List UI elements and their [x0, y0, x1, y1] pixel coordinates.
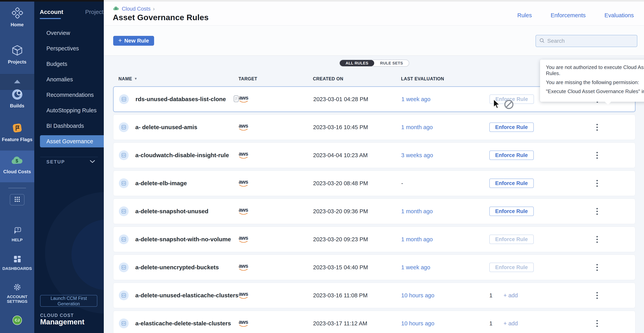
last-evaluation[interactable]: 10 hours ago [390, 320, 478, 327]
feature-flags-icon [11, 131, 23, 135]
sidebar-item-label: Feature Flags [0, 137, 34, 142]
rule-icon [119, 206, 129, 216]
sort-desc-icon: ▼ [134, 77, 138, 81]
last-evaluation: - [390, 180, 478, 187]
tooltip-line: You are missing the following permission… [546, 79, 644, 86]
kebab-menu-icon[interactable] [596, 208, 598, 215]
aws-logo: aws [239, 264, 248, 271]
sidebar-item-overview[interactable]: Overview [40, 27, 104, 39]
last-evaluation[interactable]: 1 month ago [390, 236, 478, 243]
created-on: 2023-04-04 10:23 AM [302, 152, 390, 159]
kebab-menu-icon[interactable] [596, 180, 598, 187]
sidebar-item-perspectives[interactable]: Perspectives [40, 42, 104, 55]
enforce-rule-button[interactable]: Enforce Rule [489, 263, 534, 272]
rule-name-cell: a-delete-elb-image [113, 178, 227, 188]
kebab-menu-icon[interactable] [596, 292, 598, 299]
help-icon: ? [13, 232, 22, 235]
rule-row[interactable]: a-delete-snapshot-unused aws 2023-03-20 … [113, 199, 636, 224]
aws-logo: aws [239, 180, 248, 187]
sidebar-item-recommendations[interactable]: Recommendations [40, 89, 104, 101]
enforce-rule-button[interactable]: Enforce Rule [489, 151, 534, 160]
last-evaluation[interactable]: 1 month ago [390, 208, 478, 215]
column-header-name[interactable]: NAME ▼ [113, 76, 227, 82]
row-menu-cell [572, 320, 630, 327]
last-evaluation[interactable]: 1 week ago [390, 264, 478, 271]
toggle-all-rules[interactable]: ALL RULES [340, 60, 374, 66]
last-evaluation[interactable]: 10 hours ago [390, 292, 478, 299]
sidebar-item-dashboards[interactable]: DASHBOARDS [0, 255, 34, 271]
module-picker-button[interactable] [10, 194, 24, 205]
sidebar-item-autostopping-rules[interactable]: AutoStopping Rules [40, 104, 104, 116]
rule-name-cell: a-delete-unencrypted-buckets [113, 262, 227, 272]
sidebar-item-cloud-costs[interactable]: $ Cloud Costs [0, 155, 34, 174]
rule-name: a-delete-unencrypted-buckets [135, 264, 219, 271]
add-enforcement-link[interactable]: + add [504, 320, 518, 327]
sidebar-item-label: Cloud Costs [0, 169, 34, 174]
rule-row[interactable]: a-delete-snapshot-with-no-volume aws 202… [113, 227, 636, 252]
sidebar-item-budgets[interactable]: Budgets [40, 58, 104, 70]
row-menu-cell [572, 208, 630, 215]
setup-divider [40, 157, 98, 157]
nav-link-rules[interactable]: Rules [517, 12, 532, 19]
enforce-rule-button[interactable]: Enforce Rule [489, 207, 534, 216]
enforce-rule-button[interactable]: Enforce Rule [489, 179, 534, 188]
rule-row[interactable]: a-elasticache-delete-stale-clusters aws … [113, 311, 636, 333]
enforce-rule-button[interactable]: Enforce Rule [489, 123, 534, 132]
rule-row[interactable]: a-delete-unencrypted-buckets aws 2023-03… [113, 255, 636, 280]
add-enforcement-link[interactable]: + add [504, 292, 518, 299]
target-cell: aws [227, 208, 302, 215]
target-cell: aws [227, 292, 302, 299]
sidebar-item-home[interactable]: Home [0, 7, 34, 28]
sidebar-item-feature-flags[interactable]: Feature Flags [0, 122, 34, 142]
rule-name: a-delete-unused-elasticache-clusters [135, 292, 238, 299]
nav-link-evaluations[interactable]: Evaluations [604, 12, 634, 19]
rule-row[interactable]: a-delete-unused-elasticache-clusters aws… [113, 283, 636, 308]
new-rule-button[interactable]: + New Rule [113, 36, 154, 46]
rule-name: a-cloudwatch-disable-insight-rule [135, 152, 229, 159]
setup-section-toggle[interactable]: SETUP [46, 159, 95, 165]
permission-tooltip: You are not authorized to execute Cloud … [540, 60, 644, 102]
nav-link-enforcements[interactable]: Enforcements [550, 12, 586, 19]
rule-name: a-delete-snapshot-with-no-volume [135, 236, 231, 243]
user-avatar[interactable]: CJ [12, 315, 22, 325]
kebab-menu-icon[interactable] [596, 152, 598, 159]
launch-ccm-first-gen-button[interactable]: Launch CCM First Generation [40, 295, 97, 307]
rule-row[interactable]: a- delete-unused-amis aws 2023-03-16 10:… [113, 115, 636, 140]
search-input[interactable] [547, 38, 634, 44]
rule-name: a-elasticache-delete-stale-clusters [135, 320, 231, 327]
rule-row[interactable]: a-delete-elb-image aws 2023-03-20 08:48 … [113, 171, 636, 196]
rule-icon [119, 290, 129, 300]
rule-icon [119, 262, 129, 272]
last-evaluation[interactable]: 3 weeks ago [390, 152, 478, 159]
tab-project[interactable]: Project [85, 9, 104, 15]
scroll-up-indicator[interactable] [0, 74, 34, 90]
sidebar-item-account-settings[interactable]: ACCOUNT SETTINGS [0, 283, 34, 304]
kebab-menu-icon[interactable] [596, 320, 598, 327]
rule-row[interactable]: a-cloudwatch-disable-insight-rule aws 20… [113, 143, 636, 168]
kebab-menu-icon[interactable] [596, 264, 598, 271]
sidebar-item-help[interactable]: ? HELP [0, 227, 34, 242]
search-icon [539, 38, 545, 44]
breadcrumb-cloud-costs[interactable]: Cloud Costs [122, 6, 150, 12]
target-cell: aws [227, 320, 302, 327]
enforce-rule-button[interactable]: Enforce Rule [490, 95, 534, 104]
rule-icon [119, 318, 129, 328]
enforce-rule-button[interactable]: Enforce Rule [489, 235, 534, 244]
created-on: 2023-03-01 04:28 PM [302, 96, 390, 103]
sidebar-item-projects[interactable]: Projects [0, 44, 34, 65]
kebab-menu-icon[interactable] [596, 236, 598, 243]
gear-icon [13, 289, 22, 292]
sidebar-item-label: Projects [0, 59, 34, 65]
sidebar-item-builds[interactable]: Builds [0, 89, 34, 109]
sidebar-item-anomalies[interactable]: Anomalies [40, 73, 104, 86]
last-evaluation[interactable]: 1 month ago [390, 124, 478, 131]
toggle-rule-sets[interactable]: RULE SETS [374, 60, 409, 66]
tab-account[interactable]: Account [40, 9, 63, 15]
sidebar-item-asset-governance[interactable]: Asset Governance [40, 135, 104, 147]
last-evaluation[interactable]: 1 week ago [390, 96, 478, 103]
sidebar-item-bi-dashboards[interactable]: BI Dashboards [40, 120, 104, 132]
builds-icon [11, 98, 23, 101]
svg-text:?: ? [17, 228, 19, 231]
enforcement-count: 1 [489, 292, 492, 299]
kebab-menu-icon[interactable] [596, 124, 598, 131]
